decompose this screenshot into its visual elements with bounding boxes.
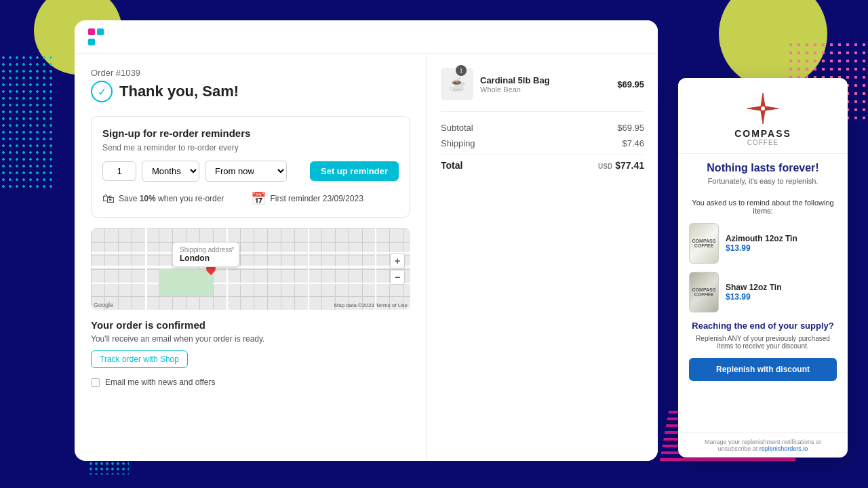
email-reaching-title: Reaching the end of your supply?: [689, 321, 837, 331]
order-confirmed-title: Your order is confirmed: [91, 319, 410, 331]
reminder-timing-select[interactable]: From now From delivery: [205, 161, 287, 182]
compass-brand: COMPASS: [689, 128, 837, 139]
logo-dot-2: [97, 28, 104, 35]
bg-decoration-dots-left: [0, 54, 54, 190]
first-reminder-info: 📅 First reminder 23/09/2023: [251, 191, 363, 206]
map-road: [308, 228, 309, 310]
item-variant: Whole Bean: [480, 85, 610, 94]
map-road: [91, 252, 410, 253]
map-road: [91, 266, 410, 268]
email-tagline: Nothing lasts forever!: [689, 162, 837, 174]
map-container: × Shipping address London + − Google Map…: [91, 228, 410, 310]
check-icon: ✓: [91, 81, 113, 102]
item-quantity-badge: 1: [456, 65, 467, 76]
reminder-subtitle: Send me a reminder to re-order every: [102, 143, 399, 152]
email-product-1: COMPASS COFFEE Azimouth 12oz Tin $13.99: [689, 223, 837, 264]
email-panel: COMPASS COFFEE Nothing lasts forever! Fo…: [678, 78, 848, 458]
email-footer: Manage your replenishment notifications …: [678, 432, 848, 458]
shipping-row: Shipping $7.46: [441, 138, 644, 148]
product-can-label-2: COMPASS COFFEE: [692, 287, 716, 297]
first-reminder-text: First reminder 23/09/2023: [270, 194, 363, 203]
product-name-1: Azimouth 12oz Tin: [726, 234, 837, 243]
set-reminder-button[interactable]: Set up reminder: [310, 161, 399, 181]
total-amount: $77.41: [615, 160, 644, 171]
save-pct: 10%: [140, 194, 156, 203]
save-suffix: when you re-order: [156, 194, 224, 203]
map-road: [91, 283, 410, 284]
map-grid: [91, 228, 410, 310]
svg-point-1: [761, 106, 765, 110]
subtotal-value: $69.95: [617, 123, 644, 133]
email-header: COMPASS COFFEE: [678, 78, 848, 154]
save-info: 🛍 Save 10% when you re-order: [102, 191, 224, 206]
product-can-2: COMPASS COFFEE: [689, 272, 719, 312]
reminder-info: 🛍 Save 10% when you re-order 📅 First rem…: [102, 191, 399, 206]
replenish-button[interactable]: Replenish with discount: [689, 358, 837, 381]
coffee-bag-icon: ☕: [449, 76, 466, 92]
shop-content: Order #1039 ✓ Thank you, Sam! Sign-up fo…: [75, 54, 658, 461]
compass-star-icon: [746, 92, 780, 125]
reminder-qty-input[interactable]: [102, 161, 136, 181]
map-google-label: Google: [94, 302, 113, 308]
left-panel: Order #1039 ✓ Thank you, Sam! Sign-up fo…: [75, 54, 427, 461]
product-can-1: COMPASS COFFEE: [689, 223, 719, 264]
reminder-box: Sign-up for re-order reminders Send me a…: [91, 116, 410, 218]
reminder-period-select[interactable]: Months Weeks Days: [142, 161, 199, 182]
right-panel: 1 ☕ Cardinal 5lb Bag Whole Bean $69.95 S…: [427, 54, 658, 461]
item-image-wrapper: 1 ☕: [441, 68, 473, 100]
shipping-value: $7.46: [622, 138, 644, 148]
shop-logo: [88, 28, 104, 45]
order-confirmed-text: You'll receive an email when your order …: [91, 334, 410, 344]
product-can-label-1: COMPASS COFFEE: [692, 239, 716, 248]
map-close-icon[interactable]: ×: [231, 245, 235, 252]
item-name: Cardinal 5lb Bag: [480, 75, 610, 85]
map-road: [375, 228, 376, 310]
map-tooltip: × Shipping address London: [172, 242, 239, 267]
save-text: Save 10% when you re-order: [119, 194, 224, 203]
order-item-row: 1 ☕ Cardinal 5lb Bag Whole Bean $69.95: [441, 68, 644, 112]
email-footer-link[interactable]: replenishorders.io: [760, 445, 808, 452]
subtotal-label: Subtotal: [441, 123, 473, 133]
compass-sub: COFFEE: [689, 139, 837, 146]
total-value: USD$77.41: [598, 160, 644, 171]
thank-you-row: ✓ Thank you, Sam!: [91, 81, 410, 102]
order-number: Order #1039: [91, 68, 410, 78]
total-label: Total: [441, 160, 462, 171]
product-price-1: $13.99: [726, 243, 837, 253]
total-row: Total USD$77.41: [441, 154, 644, 171]
product-name-2: Shaw 12oz Tin: [726, 283, 837, 292]
reminder-controls: Months Weeks Days From now From delivery…: [102, 161, 399, 182]
email-opt-in-label: Email me with news and offers: [105, 378, 216, 387]
product-info-2: Shaw 12oz Tin $13.99: [726, 283, 837, 302]
email-opt-in-row: Email me with news and offers: [91, 378, 410, 387]
product-info-1: Azimouth 12oz Tin $13.99: [726, 234, 837, 253]
map-attribution: Map data ©2023 Terms of Use: [334, 302, 408, 308]
shop-bag-icon: 🛍: [102, 192, 115, 206]
map-zoom-out-button[interactable]: −: [390, 270, 405, 285]
map-road: [145, 228, 147, 310]
logo-dot-3: [88, 39, 95, 45]
map-zoom-in-button[interactable]: +: [390, 253, 405, 268]
email-subtitle: Fortunately, it's easy to replenish.: [689, 177, 837, 185]
logo-dot-1: [88, 28, 95, 35]
email-product-2: COMPASS COFFEE Shaw 12oz Tin $13.99: [689, 272, 837, 312]
thank-you-heading: Thank you, Sam!: [119, 83, 239, 100]
email-body: You asked us to remind about the followi…: [678, 192, 848, 432]
reminder-title: Sign-up for re-order reminders: [102, 127, 399, 139]
shop-header: [75, 20, 658, 54]
map-park: [159, 269, 213, 296]
map-road: [226, 228, 228, 310]
email-replenish-body: Replenish ANY of your previously purchas…: [689, 335, 837, 350]
map-background: × Shipping address London + − Google Map…: [91, 228, 410, 310]
total-currency: USD: [598, 163, 612, 170]
track-order-button[interactable]: Track order with Shop: [91, 350, 188, 368]
item-details: Cardinal 5lb Bag Whole Bean: [480, 75, 610, 94]
subtotal-row: Subtotal $69.95: [441, 123, 644, 133]
calendar-icon: 📅: [251, 191, 266, 206]
main-card: Order #1039 ✓ Thank you, Sam! Sign-up fo…: [75, 20, 658, 461]
map-tooltip-value: London: [180, 253, 232, 263]
map-zoom-controls: + −: [390, 253, 405, 285]
item-price: $69.95: [617, 79, 644, 89]
shipping-label: Shipping: [441, 138, 475, 148]
email-opt-in-checkbox[interactable]: [91, 378, 100, 387]
